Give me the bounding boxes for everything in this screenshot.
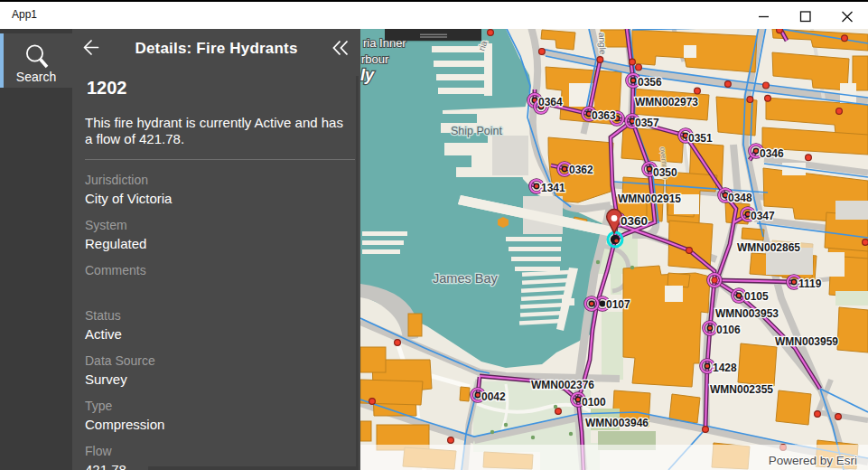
- svg-text:WMN002973: WMN002973: [635, 96, 698, 108]
- svg-text:0362: 0362: [569, 164, 593, 176]
- svg-text:angle: angle: [597, 33, 608, 55]
- svg-text:WMN002355: WMN002355: [710, 383, 773, 396]
- svg-text:WMN003946: WMN003946: [585, 417, 649, 429]
- svg-text:1119: 1119: [798, 277, 822, 290]
- svg-text:WMN003959: WMN003959: [775, 335, 838, 348]
- svg-text:0042: 0042: [481, 390, 506, 403]
- svg-text:0347: 0347: [751, 210, 775, 222]
- svg-text:0105: 0105: [744, 290, 769, 303]
- svg-text:ly: ly: [360, 66, 375, 84]
- svg-text:Ship Point: Ship Point: [451, 125, 503, 137]
- svg-text:0364: 0364: [538, 96, 563, 108]
- svg-text:0100: 0100: [582, 396, 606, 409]
- svg-text:WMN003953: WMN003953: [715, 307, 779, 320]
- svg-text:Powered by Esri: Powered by Esri: [769, 454, 857, 467]
- svg-text:WMN002376: WMN002376: [531, 379, 594, 391]
- svg-text:rbour: rbour: [361, 52, 389, 66]
- svg-text:0106: 0106: [716, 324, 741, 336]
- svg-text:WMN002865: WMN002865: [737, 241, 800, 254]
- svg-text:0107: 0107: [606, 298, 630, 311]
- svg-text:1428: 1428: [713, 362, 737, 374]
- svg-text:1341: 1341: [541, 182, 565, 194]
- svg-text:WMN002915: WMN002915: [618, 193, 681, 205]
- svg-text:0351: 0351: [688, 132, 713, 145]
- svg-text:0348: 0348: [728, 192, 752, 204]
- svg-text:0357: 0357: [635, 117, 659, 129]
- svg-text:0356: 0356: [638, 76, 662, 89]
- svg-text:0360: 0360: [621, 214, 648, 228]
- svg-text:0350: 0350: [653, 166, 677, 179]
- svg-text:James Bay: James Bay: [433, 271, 498, 286]
- svg-text:0346: 0346: [760, 147, 784, 160]
- svg-text:0363: 0363: [592, 109, 616, 122]
